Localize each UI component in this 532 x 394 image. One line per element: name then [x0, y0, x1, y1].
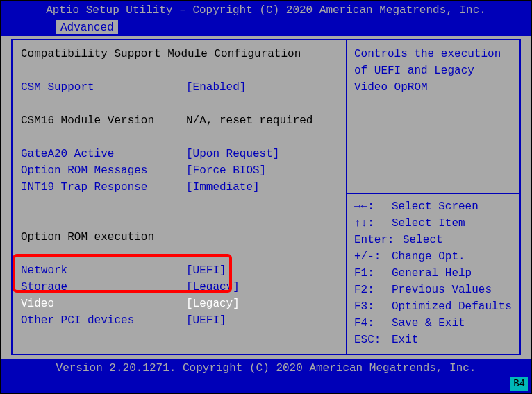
option-int19[interactable]: INT19 Trap Response [Immediate]: [21, 179, 338, 196]
footer-bar: Version 2.20.1271. Copyright (C) 2020 Am…: [1, 359, 531, 393]
section-title: Compatibility Support Module Configurati…: [21, 46, 338, 62]
gatea20-label: GateA20 Active: [21, 146, 186, 162]
tab-row: Advanced: [1, 19, 531, 36]
other-pci-value: [UEFI]: [186, 312, 338, 329]
int19-value: [Immediate]: [186, 179, 338, 196]
tab-advanced[interactable]: Advanced: [56, 19, 119, 35]
footer-text: Version 2.20.1271. Copyright (C) 2020 Am…: [1, 359, 531, 377]
panel-right: Controls the execution of UEFI and Legac…: [347, 39, 521, 355]
header-bar: Aptio Setup Utility – Copyright (C) 2020…: [1, 1, 531, 19]
help-hotkeys: →←:Select Screen ↑↓:Select Item Enter:Se…: [347, 194, 519, 354]
storage-label: Storage: [21, 279, 186, 296]
hotkey-save-exit: F4:Save & Exit: [354, 315, 513, 332]
option-oprom-messages[interactable]: Option ROM Messages [Force BIOS]: [21, 162, 338, 179]
help-line: Video OpROM: [354, 79, 513, 96]
option-video-selected[interactable]: Video [Legacy]: [21, 296, 338, 312]
video-value: [Legacy]: [186, 296, 338, 312]
video-label: Video: [21, 296, 186, 312]
hotkey-select-screen: →←:Select Screen: [354, 198, 513, 215]
csm16-label: CSM16 Module Version: [21, 112, 186, 129]
help-description: Controls the execution of UEFI and Legac…: [347, 40, 519, 193]
csm16-version: CSM16 Module Version N/A, reset required: [21, 112, 338, 129]
hotkey-exit: ESC:Exit: [354, 332, 513, 348]
csm-support-value: [Enabled]: [186, 79, 338, 96]
header-title: Aptio Setup Utility – Copyright (C) 2020…: [46, 4, 486, 17]
help-line: of UEFI and Legacy: [354, 62, 513, 79]
footer-badge: B4: [510, 377, 528, 391]
csm-support-label: CSM Support: [21, 79, 186, 96]
network-label: Network: [21, 262, 186, 279]
hotkey-prev-values: F2:Previous Values: [354, 282, 513, 298]
hotkey-select: Enter:Select: [354, 232, 513, 248]
oprom-msgs-value: [Force BIOS]: [186, 162, 338, 179]
storage-value: [Legacy]: [186, 279, 338, 296]
oprom-exec-title: Option ROM execution: [21, 229, 338, 246]
gatea20-value: [Upon Request]: [186, 146, 338, 162]
hotkey-help: F1:General Help: [354, 265, 513, 282]
option-storage[interactable]: Storage [Legacy]: [21, 279, 338, 296]
int19-label: INT19 Trap Response: [21, 179, 186, 196]
hotkey-select-item: ↑↓:Select Item: [354, 215, 513, 232]
option-other-pci[interactable]: Other PCI devices [UEFI]: [21, 312, 338, 329]
csm16-value: N/A, reset required: [186, 112, 338, 129]
option-network[interactable]: Network [UEFI]: [21, 262, 338, 279]
oprom-msgs-label: Option ROM Messages: [21, 162, 186, 179]
content-area: Compatibility Support Module Configurati…: [11, 39, 521, 355]
help-line: Controls the execution: [354, 46, 513, 62]
other-pci-label: Other PCI devices: [21, 312, 186, 329]
network-value: [UEFI]: [186, 262, 338, 279]
option-csm-support[interactable]: CSM Support [Enabled]: [21, 79, 338, 96]
option-gatea20[interactable]: GateA20 Active [Upon Request]: [21, 146, 338, 162]
tab-label: Advanced: [60, 22, 114, 34]
bios-frame: Aptio Setup Utility – Copyright (C) 2020…: [0, 0, 532, 394]
hotkey-opt-defaults: F3:Optimized Defaults: [354, 298, 513, 315]
hotkey-change: +/-:Change Opt.: [354, 248, 513, 265]
panel-left: Compatibility Support Module Configurati…: [11, 39, 347, 355]
